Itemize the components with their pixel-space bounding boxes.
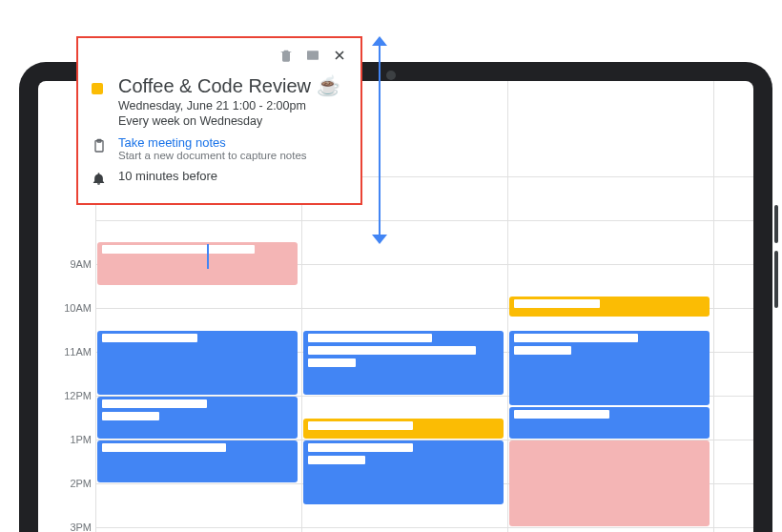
tablet-camera <box>386 71 396 80</box>
time-label: 11AM <box>44 346 92 358</box>
event-color-swatch <box>92 83 103 94</box>
trash-icon[interactable] <box>278 48 294 67</box>
time-label: 2PM <box>44 478 92 489</box>
take-notes-subtext: Start a new document to capture notes <box>118 150 307 161</box>
calendar-event[interactable] <box>509 440 710 526</box>
calendar-event[interactable] <box>97 331 298 395</box>
calendar-event[interactable] <box>97 440 298 482</box>
calendar-event[interactable] <box>509 331 710 405</box>
clipboard-icon <box>92 138 107 157</box>
time-label: 1PM <box>44 434 92 445</box>
time-label: 10AM <box>44 302 92 314</box>
event-details-popup: Coffee & Code Review ☕ Wednesday, June 2… <box>76 36 362 205</box>
close-icon[interactable] <box>332 48 347 67</box>
callout-connector <box>207 244 209 269</box>
calendar-event[interactable] <box>97 242 298 285</box>
tablet-side-button <box>774 251 778 308</box>
calendar-event[interactable] <box>97 397 298 439</box>
event-recurrence: Every week on Wednesday <box>118 114 340 128</box>
event-title: Coffee & Code Review ☕ <box>118 74 340 97</box>
time-label: 12PM <box>44 390 92 401</box>
time-label: 9AM <box>44 258 92 270</box>
calendar-event[interactable] <box>303 440 504 504</box>
calendar-event[interactable] <box>303 419 504 439</box>
calendar-event[interactable] <box>303 331 504 395</box>
event-datetime: Wednesday, June 21 1:00 - 2:00pm <box>118 99 340 113</box>
time-label: 3PM <box>44 522 92 532</box>
calendar-event[interactable] <box>509 297 710 317</box>
tablet-side-button <box>774 205 778 243</box>
resize-arrow-indicator <box>372 36 387 244</box>
mail-icon[interactable] <box>305 48 320 67</box>
event-reminder: 10 minutes before <box>118 169 217 183</box>
bell-icon <box>92 172 106 190</box>
take-notes-link[interactable]: Take meeting notes <box>118 135 307 150</box>
calendar-event[interactable] <box>509 407 710 439</box>
